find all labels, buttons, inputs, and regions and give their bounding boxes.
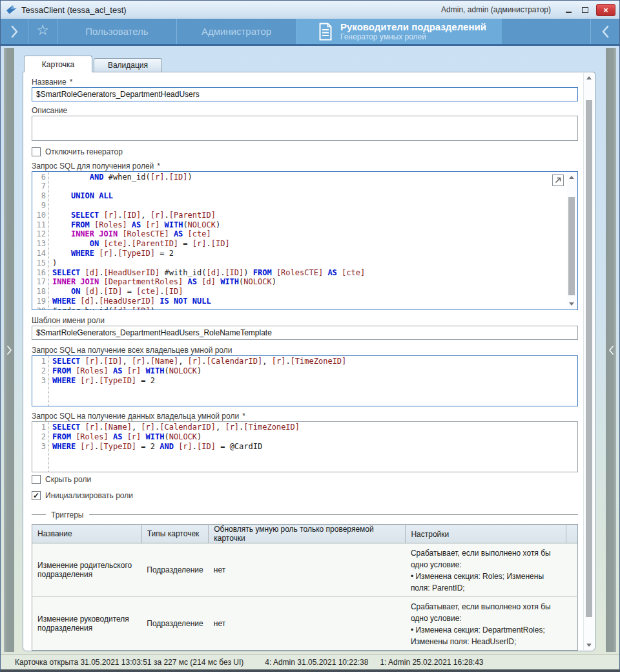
favorites-star-button[interactable]: ☆ (28, 19, 57, 44)
required-marker: * (242, 412, 245, 421)
trigger-name-cell: Изменение родительского подразделения (32, 543, 142, 597)
roles-sql-label: Запрос SQL для получения ролей* (32, 162, 578, 171)
titlebar: TessaClient (tessa_acl_test) Admin, admi… (1, 1, 619, 19)
trigger-only-checked-cell: нет (209, 543, 406, 597)
owners-sql-editor[interactable]: 123 SELECT [r].[ID], [r].[Name], [r].[Ca… (32, 355, 578, 406)
triggers-table: Название Типы карточек Обновлять умную р… (32, 524, 578, 651)
trigger-settings-cell: Срабатывает, если выполнено хотя бы одно… (406, 543, 566, 597)
maximize-button[interactable] (577, 3, 594, 16)
trigger-row[interactable]: Изменение руководителя подразделенияПодр… (32, 597, 578, 651)
status-card-opened: Карточка открыта 31.05.2021 13:03:51 за … (15, 658, 243, 667)
nav-tab-active-card[interactable]: Руководители подразделений Генератор умн… (296, 19, 502, 44)
required-marker: * (157, 162, 160, 171)
hide-roles-checkbox-row: Скрыть роли (32, 475, 578, 485)
trigger-spacer-cell (566, 597, 578, 651)
status-created-info: 1: Admin 25.02.2021 16:28:43 (380, 658, 483, 667)
column-header-only-checked[interactable]: Обновлять умную роль только проверяемой … (209, 525, 406, 543)
nav-back-button[interactable] (591, 19, 619, 44)
editor-scrollbar[interactable] (567, 173, 577, 309)
trigger-row[interactable]: Изменение родительского подразделенияПод… (32, 543, 578, 597)
maximize-icon (582, 7, 588, 13)
card-panel: Название* Описание Отключить генератор З… (23, 72, 595, 651)
scroll-down-icon[interactable] (569, 302, 574, 306)
scrollbar-thumb[interactable] (586, 100, 592, 617)
panel-scrollbar[interactable] (583, 73, 594, 650)
window-title: TessaClient (tessa_acl_test) (21, 5, 127, 15)
scroll-down-icon[interactable] (586, 644, 592, 647)
sql-code[interactable]: SELECT [r].[Name], [r].[CalendarID], [r]… (49, 422, 577, 471)
workspace-background: Карточка Валидация Название* Описание От… (1, 46, 619, 654)
expand-editor-button[interactable] (552, 174, 564, 186)
star-icon: ☆ (36, 22, 49, 39)
scroll-up-icon[interactable] (569, 176, 574, 179)
line-numbers-gutter: 123 (32, 356, 49, 406)
line-numbers-gutter: 67891011121314151617181920 (32, 172, 49, 310)
column-header-settings[interactable]: Настройки (406, 525, 566, 543)
nav-tab-user-label: Пользователь (85, 26, 148, 37)
trigger-spacer-cell (566, 543, 578, 597)
sql-code[interactable]: AND #when_id([r].[ID]) UNION ALL SELECT … (49, 172, 577, 310)
line-numbers-gutter: 123 (32, 422, 49, 471)
description-field[interactable] (32, 116, 578, 141)
close-icon: × (603, 5, 608, 15)
triggers-header-row: Название Типы карточек Обновлять умную р… (32, 525, 578, 543)
hide-roles-checkbox[interactable] (32, 475, 41, 484)
column-header-name[interactable]: Название (32, 525, 142, 543)
tab-validation[interactable]: Валидация (94, 58, 162, 72)
scroll-up-icon[interactable] (586, 76, 592, 79)
navbar: ☆ Пользователь Администратор Руководител… (1, 19, 619, 46)
trigger-settings-cell: Срабатывает, если выполнено хотя бы одно… (406, 597, 566, 651)
nav-forward-button[interactable] (1, 19, 28, 44)
left-panel-expander[interactable] (4, 48, 14, 652)
trigger-card-types-cell: Подразделение (141, 543, 208, 597)
disable-generator-checkbox-row: Отключить генератор (32, 147, 578, 156)
init-roles-label: Инициализировать роли (45, 491, 133, 500)
minimize-button[interactable] (560, 3, 577, 16)
close-button[interactable]: × (596, 4, 615, 16)
role-name-template-field[interactable] (32, 326, 578, 340)
init-roles-checkbox-row: ✓ Инициализировать роли (32, 490, 578, 500)
app-window: TessaClient (tessa_acl_test) Admin, admi… (0, 0, 620, 672)
trigger-only-checked-cell: нет (209, 597, 406, 651)
chevron-right-icon (10, 25, 19, 39)
nav-tab-admin-label: Администратор (202, 26, 271, 37)
legend-line (32, 514, 46, 515)
document-icon (318, 23, 333, 41)
name-label: Название* (32, 78, 578, 87)
chevron-right-icon (6, 345, 12, 355)
status-modified-info: 4: Admin 31.05.2021 10:22:38 (265, 658, 368, 667)
app-logo-icon (6, 4, 17, 16)
chevron-left-icon (601, 25, 610, 39)
scrollbar-thumb[interactable] (568, 197, 575, 295)
card-tabs: Карточка Валидация (23, 56, 595, 72)
current-user-info: Admin, admin (администратор) (441, 5, 551, 14)
owners-sql-label: Запрос SQL на получение всех владельцев … (32, 346, 578, 355)
roles-sql-editor[interactable]: 67891011121314151617181920 AND #when_id(… (32, 171, 578, 310)
nav-tab-user[interactable]: Пользователь (57, 19, 176, 44)
right-panel-expander[interactable] (606, 48, 616, 652)
chevron-left-icon (608, 345, 614, 355)
nav-tab-admin[interactable]: Администратор (177, 19, 296, 44)
sql-code[interactable]: SELECT [r].[ID], [r].[Name], [r].[Calend… (49, 356, 577, 406)
template-label: Шаблон имени роли (32, 316, 578, 326)
init-roles-checkbox[interactable]: ✓ (32, 491, 41, 500)
trigger-card-types-cell: Подразделение (141, 597, 208, 651)
disable-generator-label: Отключить генератор (45, 147, 123, 156)
legend-line (89, 514, 579, 515)
trigger-name-cell: Изменение руководителя подразделения (32, 597, 142, 651)
owner-data-sql-label: Запрос SQL на получение данных владельца… (32, 412, 578, 421)
triggers-group-legend: Триггеры (32, 510, 578, 520)
active-tab-subtitle: Генератор умных ролей (340, 32, 486, 41)
minimize-icon (566, 12, 572, 13)
owner-data-sql-editor[interactable]: 123 SELECT [r].[Name], [r].[CalendarID],… (32, 421, 578, 472)
expand-arrow-icon (554, 176, 562, 184)
description-label: Описание (32, 106, 578, 116)
column-header-spacer (566, 525, 578, 543)
name-field[interactable] (32, 87, 578, 101)
tab-card[interactable]: Карточка (24, 56, 92, 72)
column-header-card-types[interactable]: Типы карточек (141, 525, 208, 543)
disable-generator-checkbox[interactable] (32, 147, 41, 156)
triggers-rows: Изменение родительского подразделенияПод… (32, 543, 578, 651)
required-marker: * (70, 78, 73, 87)
hide-roles-label: Скрыть роли (45, 475, 91, 484)
